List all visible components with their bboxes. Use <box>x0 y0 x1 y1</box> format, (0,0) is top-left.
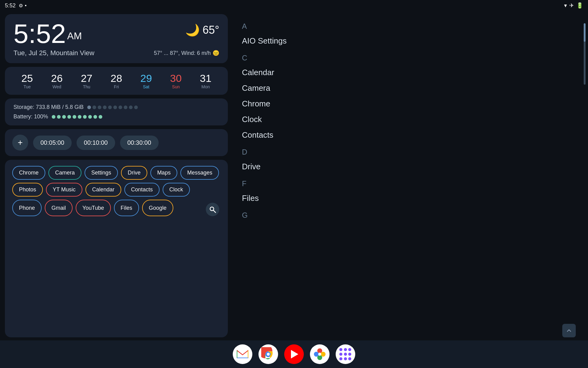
svg-point-11 <box>318 353 321 356</box>
clock-widget: 5:52AM 🌙 65° Tue, Jul 25, Mountain View … <box>5 14 228 63</box>
status-bar: 5:52 ⚙ ▪ ▾ ✈ 🔋 <box>0 0 588 11</box>
scrollbar-thumb[interactable] <box>584 23 586 42</box>
shortcut-google[interactable]: Google <box>142 200 173 216</box>
dot <box>67 115 71 119</box>
status-icons: ⚙ ▪ <box>19 3 27 9</box>
dot <box>103 105 107 109</box>
clock-hour: 5 <box>13 18 28 49</box>
grid-dot <box>348 357 351 360</box>
wind-icon: 😐 <box>213 50 219 56</box>
status-right-icons: ▾ ✈ 🔋 <box>564 2 583 9</box>
dock-gmail[interactable] <box>233 344 252 364</box>
shortcuts-widget: Chrome Camera Settings Drive Maps Messag… <box>5 160 228 337</box>
section-letter-a: A <box>242 22 579 31</box>
dot <box>124 105 127 109</box>
cal-day-31[interactable]: 31 Mon <box>200 72 212 89</box>
section-letter-c: C <box>242 54 579 62</box>
drawer-app-drive[interactable]: Drive <box>242 159 579 174</box>
shortcut-photos[interactable]: Photos <box>12 183 43 197</box>
shortcut-chrome[interactable]: Chrome <box>12 166 45 180</box>
shortcut-contacts[interactable]: Contacts <box>124 183 160 197</box>
dot <box>113 105 117 109</box>
dock-photos[interactable] <box>310 344 330 364</box>
temperature: 65° <box>203 24 219 36</box>
drawer-app-chrome[interactable]: Chrome <box>242 96 579 112</box>
chrome-icon <box>261 347 275 361</box>
dock-all-apps[interactable] <box>336 344 355 364</box>
clock-top: 5:52AM 🌙 65° <box>13 20 219 47</box>
storage-label: Storage: 733.8 MiB / 5.8 GiB <box>13 104 84 110</box>
shortcut-yt-music[interactable]: YT Music <box>46 183 82 197</box>
shortcut-messages[interactable]: Messages <box>180 166 219 180</box>
bottom-dock <box>0 340 588 368</box>
grid-dot <box>344 353 347 356</box>
shortcut-clock[interactable]: Clock <box>163 183 190 197</box>
settings-icon: ⚙ <box>19 3 23 9</box>
scrollbar-track[interactable] <box>584 23 586 85</box>
shortcut-calendar[interactable]: Calendar <box>85 183 121 197</box>
dot <box>88 115 92 119</box>
shortcut-drive[interactable]: Drive <box>121 166 147 180</box>
storage-dots <box>87 105 138 109</box>
dot <box>129 105 133 109</box>
shortcut-maps[interactable]: Maps <box>150 166 177 180</box>
section-letter-d: D <box>242 148 579 156</box>
dot <box>83 115 87 119</box>
clock-minute: 52 <box>36 18 66 49</box>
drawer-section-g: G <box>242 211 579 220</box>
status-time: 5:52 <box>5 2 16 9</box>
dot <box>108 105 112 109</box>
dot <box>92 105 96 109</box>
dot <box>119 105 122 109</box>
battery-dots <box>52 115 102 119</box>
timer-add-button[interactable]: + <box>12 135 28 151</box>
photos-icon <box>313 348 326 361</box>
gmail-icon <box>236 349 249 359</box>
battery-icon: 🔋 <box>576 2 583 9</box>
drawer-app-calendar[interactable]: Calendar <box>242 65 579 80</box>
scroll-up-button[interactable] <box>562 324 576 337</box>
cal-day-29-today[interactable]: 29 Sat <box>140 72 152 89</box>
cal-day-30-sun[interactable]: 30 Sun <box>170 72 182 89</box>
drawer-app-files[interactable]: Files <box>242 190 579 206</box>
timer-preset-30[interactable]: 00:30:00 <box>120 136 159 150</box>
svg-point-10 <box>314 352 319 357</box>
shortcut-youtube[interactable]: YouTube <box>76 200 111 216</box>
dot <box>134 105 138 109</box>
info-widget: Storage: 733.8 MiB / 5.8 GiB Battery: 10… <box>5 98 228 125</box>
clock-bottom: Tue, Jul 25, Mountain View 57° ... 87°, … <box>13 49 219 57</box>
dot <box>52 115 55 119</box>
airplane-icon: ✈ <box>569 2 574 9</box>
battery-label: Battery: 100% <box>13 113 48 120</box>
shortcut-settings[interactable]: Settings <box>85 166 118 180</box>
shortcut-phone[interactable]: Phone <box>12 200 42 216</box>
shortcuts-search-button[interactable] <box>206 203 219 216</box>
cal-day-27[interactable]: 27 Thu <box>81 72 92 89</box>
clock-display: 5:52AM <box>13 20 82 47</box>
shortcut-gmail[interactable]: Gmail <box>45 200 73 216</box>
dock-youtube[interactable] <box>284 344 304 364</box>
shortcut-camera[interactable]: Camera <box>48 166 81 180</box>
timer-preset-5[interactable]: 00:05:00 <box>33 136 72 150</box>
dock-chrome[interactable] <box>258 344 278 364</box>
drawer-app-camera[interactable]: Camera <box>242 80 579 96</box>
app-drawer: A AIO Settings C Calendar Camera Chrome … <box>233 11 588 340</box>
cal-day-26[interactable]: 26 Wed <box>51 72 63 89</box>
svg-line-1 <box>213 210 216 213</box>
shortcut-files[interactable]: Files <box>114 200 139 216</box>
chevron-up-icon <box>566 327 572 334</box>
cal-day-28[interactable]: 28 Fri <box>111 72 122 89</box>
drawer-app-clock[interactable]: Clock <box>242 112 579 127</box>
section-letter-g: G <box>242 211 579 220</box>
timer-preset-10[interactable]: 00:10:00 <box>77 136 115 150</box>
cal-day-25[interactable]: 25 Tue <box>21 72 33 89</box>
wifi-icon: ▾ <box>564 2 567 9</box>
dot <box>62 115 66 119</box>
drawer-app-aio-settings[interactable]: AIO Settings <box>242 33 579 49</box>
dot <box>78 115 81 119</box>
drawer-section-d: D Drive <box>242 148 579 174</box>
grid-dot <box>339 353 342 356</box>
drawer-app-contacts[interactable]: Contacts <box>242 127 579 143</box>
dot <box>93 115 97 119</box>
calendar-strip[interactable]: 25 Tue 26 Wed 27 Thu 28 Fri 29 Sat 30 Su… <box>5 67 228 95</box>
